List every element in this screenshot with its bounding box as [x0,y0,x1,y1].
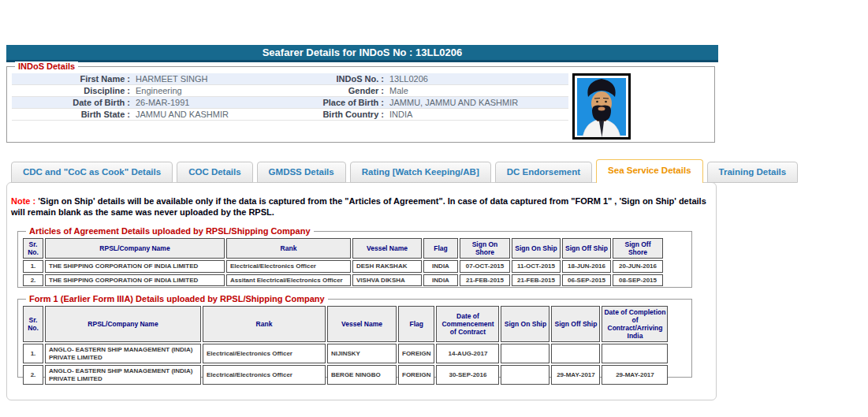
fieldset-legend: Form 1 (Earlier Form IIIA) Details uploa… [26,294,328,304]
field-value: JAMMU, JAMMU AND KASHMIR [389,98,568,107]
field-label: INDoS No. : [258,74,384,84]
column-header: Sign On Ship [512,238,561,259]
table-header-row: Sr. No. RPSL/Company Name Rank Vessel Na… [23,306,668,342]
table-cell: Electrical/Electronics Officer [203,365,326,385]
column-header: RPSL/Company Name [45,238,225,259]
table-cell: VISHVA DIKSHA [352,274,422,287]
table-header-row: Sr. No. RPSL/Company Name Rank Vessel Na… [23,238,663,259]
note-text: Note : 'Sign on Ship' details will be av… [11,195,710,218]
table-cell: 1. [23,260,43,273]
articles-of-agreement-table: Sr. No. RPSL/Company Name Rank Vessel Na… [21,236,665,288]
table-cell: 2. [23,365,43,385]
table-cell: INDIA [423,274,458,287]
column-header: Flag [398,306,434,342]
table-cell: 06-SEP-2015 [562,274,611,287]
table-cell: Assitant Electrical/Electronics Officer [226,274,351,287]
tab-sea-service-details[interactable]: Sea Service Details [596,159,703,183]
note-body: 'Sign on Ship' details will be available… [11,196,706,217]
table-cell: 21-FEB-2015 [512,274,561,287]
column-header: Vessel Name [352,238,422,259]
fieldset-legend: Articles of Agreement Details uploaded b… [26,226,314,236]
seafarer-photo [572,73,631,140]
fieldset-legend: INDoS Details [15,61,78,72]
column-header: Sr. No. [23,306,43,342]
field-label: Discipline : [12,86,130,95]
field-row: Date of Birth : 26-MAR-1991 Place of Bir… [12,97,568,109]
column-header: Sign Off Shore [613,238,663,259]
table-cell: THE SHIPPING CORPORATION OF INDIA LIMITE… [45,260,225,273]
field-value: Male [389,86,568,95]
table-cell: ANGLO- EASTERN SHIP MANAGEMENT (INDIA) P… [45,344,201,363]
note-prefix: Note : [11,196,35,206]
table-cell: Electrical/Electronics Officer [203,344,326,363]
table-cell [501,344,549,363]
tab-training-details[interactable]: Training Details [707,162,799,183]
table-cell: 1. [23,344,43,363]
field-label: Birth State : [12,110,130,119]
column-header: Date of Commencement of Contract [436,306,499,342]
column-header: Sign Off Ship [562,238,611,259]
column-header: RPSL/Company Name [45,306,201,342]
column-header: Rank [226,238,351,259]
table-row: 2. ANGLO- EASTERN SHIP MANAGEMENT (INDIA… [23,365,668,385]
field-label: Gender : [258,86,384,95]
table-cell: 07-OCT-2015 [460,260,510,273]
tab-gmdss-details[interactable]: GMDSS Details [257,162,346,183]
column-header: Sign On Shore [460,238,510,259]
tab-cdc-coc-as-cook-details[interactable]: CDC and "CoC as Cook" Details [11,162,173,183]
table-cell [501,365,549,385]
seafarer-photo-image [575,76,628,137]
table-cell: Electrical/Electronics Officer [226,260,351,273]
table-cell: 08-SEP-2015 [613,274,663,287]
field-label: Place of Birth : [258,98,384,107]
column-header: Vessel Name [327,306,397,342]
seafarer-details-page: Seafarer Details for INDoS No : 13LL0206… [0,0,868,417]
tab-coc-details[interactable]: COC Details [177,162,252,183]
table-cell: 30-SEP-2016 [436,365,499,385]
table-cell: 2. [23,274,43,287]
field-value: HARMEET SINGH [136,74,258,84]
table-cell: 21-FEB-2015 [460,274,510,287]
column-header: Sign On Ship [501,306,549,342]
page-title: Seafarer Details for INDoS No : 13LL0206 [6,45,718,62]
table-row: 1. ANGLO- EASTERN SHIP MANAGEMENT (INDIA… [23,344,668,363]
table-cell: DESH RAKSHAK [352,260,422,273]
table-cell: 14-AUG-2017 [436,344,499,363]
tab-bar: CDC and "CoC as Cook" Details COC Detail… [11,160,798,183]
field-row: First Name : HARMEET SINGH INDoS No. : 1… [12,73,568,85]
table-cell: NIJINSKY [327,344,397,363]
field-value: JAMMU AND KASHMIR [136,110,258,119]
table-cell: 29-MAY-2017 [551,365,600,385]
field-label: First Name : [12,74,130,84]
field-row: Birth State : JAMMU AND KASHMIR Birth Co… [12,109,568,121]
table-cell [602,344,668,363]
column-header: Rank [203,306,326,342]
table-cell: FOREIGN [398,365,434,385]
form1-details-fieldset: Form 1 (Earlier Form IIIA) Details uploa… [17,299,692,378]
field-label: Birth Country : [258,110,384,119]
field-value: 26-MAR-1991 [136,98,258,107]
table-row: 1. THE SHIPPING CORPORATION OF INDIA LIM… [23,260,663,273]
tab-dc-endorsement[interactable]: DC Endorsement [495,162,592,183]
field-value: 13LL0206 [389,74,568,84]
table-cell: BERGE NINGBO [327,365,397,385]
column-header: Flag [423,238,458,259]
field-value: INDIA [389,110,568,119]
field-row: Discipline : Engineering Gender : Male [12,85,568,97]
table-cell [551,344,600,363]
column-header: Sign Off Ship [551,306,600,342]
table-cell: THE SHIPPING CORPORATION OF INDIA LIMITE… [45,274,225,287]
field-label: Date of Birth : [12,98,130,107]
field-value: Engineering [136,86,258,95]
form1-details-table: Sr. No. RPSL/Company Name Rank Vessel Na… [21,304,669,386]
table-cell: FOREIGN [398,344,434,363]
tab-rating-watch-keeping-ab[interactable]: Rating [Watch Keeping/AB] [350,162,491,183]
table-cell: 29-MAY-2017 [602,365,668,385]
table-row: 2. THE SHIPPING CORPORATION OF INDIA LIM… [23,274,663,287]
table-cell: 11-OCT-2015 [512,260,561,273]
table-cell: 20-JUN-2016 [613,260,663,273]
articles-of-agreement-fieldset: Articles of Agreement Details uploaded b… [17,231,692,288]
column-header: Sr. No. [23,238,43,259]
indos-fields: First Name : HARMEET SINGH INDoS No. : 1… [12,73,568,121]
column-header: Date of Completion of Contract/Arriving … [602,306,668,342]
